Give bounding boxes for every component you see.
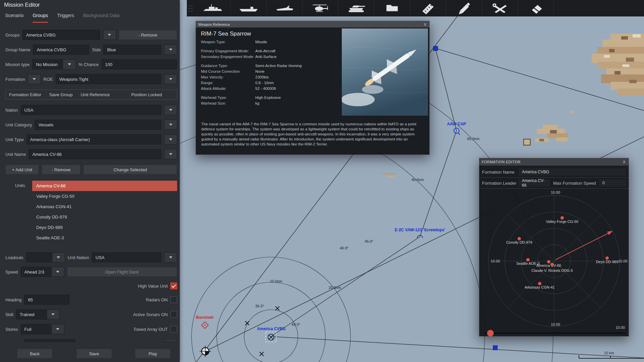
formation-unit-dot[interactable] xyxy=(605,256,609,260)
unit-reference-button[interactable]: Unit Reference xyxy=(80,92,110,97)
mission-type-dropdown-icon[interactable] xyxy=(63,59,76,69)
toolbar-button-tools[interactable] xyxy=(482,0,518,16)
change-selected-button[interactable]: Change Selected xyxy=(83,165,177,175)
side-dropdown-icon[interactable] xyxy=(164,45,177,55)
weapon-reference-titlebar[interactable]: Weapon Reference X xyxy=(196,21,429,27)
waypoint-square[interactable] xyxy=(493,346,497,350)
skill-select[interactable]: Trained xyxy=(16,309,47,319)
close-icon[interactable]: X xyxy=(423,22,427,26)
stores-select[interactable]: Full xyxy=(21,324,52,334)
add-unit-button[interactable]: + Add Unit xyxy=(5,165,39,175)
back-button[interactable]: Back xyxy=(17,349,53,359)
formation-unit-dot[interactable] xyxy=(550,263,554,266)
toolbar-button-carrier[interactable] xyxy=(231,0,267,16)
formation-unit-dot[interactable] xyxy=(547,260,550,263)
formation-unit-dot[interactable] xyxy=(538,282,541,285)
nation-select[interactable]: USA xyxy=(21,105,161,115)
formation-editor-button[interactable]: Formation Editor xyxy=(9,92,41,97)
chance-input[interactable] xyxy=(101,59,177,69)
unit-list-item[interactable]: Arkansas CGN-41 xyxy=(32,201,177,212)
toolbar-button-helicopter[interactable] xyxy=(303,0,338,16)
max-formation-speed-label: Max Formation Speed xyxy=(553,181,596,186)
groups-select[interactable]: America CVBG xyxy=(22,30,100,40)
slider-knob[interactable] xyxy=(487,330,494,337)
unit-list-item[interactable]: America CV-66 xyxy=(32,181,177,191)
active-sonars-checkbox[interactable] xyxy=(170,311,177,318)
unit-category-dropdown-icon[interactable] xyxy=(164,120,177,130)
mission-type-select[interactable]: No Mission xyxy=(32,59,63,69)
waypoint-square[interactable] xyxy=(433,46,438,51)
formation-unit-dot[interactable] xyxy=(560,216,564,220)
toolbar-button-folder[interactable] xyxy=(374,0,410,16)
towed-array-checkbox[interactable] xyxy=(170,326,177,333)
weapon-spec-row: Max Velocity:2300kts xyxy=(201,74,342,80)
slider-value: 10.00 xyxy=(615,325,625,329)
toolbar-button-pencil[interactable] xyxy=(446,0,482,16)
radars-checkbox[interactable] xyxy=(170,296,177,303)
heading-input[interactable] xyxy=(24,295,69,305)
tab-triggers[interactable]: Triggers xyxy=(57,13,74,23)
unit-list-item[interactable]: Deyo DD-989 xyxy=(32,222,177,233)
high-value-unit-checkbox[interactable] xyxy=(170,283,177,289)
toolbar-button-eraser[interactable] xyxy=(518,0,554,16)
unit-category-select[interactable]: Vessels xyxy=(35,120,161,130)
save-button[interactable]: Save xyxy=(76,349,112,359)
open-flight-deck-button[interactable]: Open Flight Deck xyxy=(67,267,177,277)
toolbar-button-ruler[interactable] xyxy=(410,0,446,16)
remove-group-button[interactable]: - Remove xyxy=(119,30,177,40)
toolbar-grip-icon[interactable] xyxy=(188,4,194,12)
speed-dropdown-icon[interactable] xyxy=(51,267,64,277)
max-formation-speed-input[interactable] xyxy=(599,179,626,187)
map-measure-label: 36.3° xyxy=(255,304,264,308)
towed-array-label: Towed Array OUT xyxy=(133,327,168,332)
speed-select[interactable]: Ahead 2/3 xyxy=(21,267,52,277)
tab-groups[interactable]: Groups xyxy=(33,13,48,23)
formation-editor-titlebar[interactable]: FORMATION EDITOR X xyxy=(479,158,629,166)
tab-background-data[interactable]: Background Data xyxy=(83,13,119,23)
unit-name-dropdown-icon[interactable] xyxy=(164,149,177,159)
toolbar-button-destroyer[interactable] xyxy=(195,0,231,16)
close-icon[interactable]: X xyxy=(622,160,626,164)
formation-unit-dot[interactable] xyxy=(526,258,530,261)
save-group-button[interactable]: Save Group xyxy=(49,92,72,97)
unit-list-item[interactable]: Conolly DD-979 xyxy=(32,212,177,222)
tab-scenario[interactable]: Scenario xyxy=(5,13,23,23)
formation-unit-dot[interactable] xyxy=(518,237,521,240)
weapon-description: The naval variant of the AIM-7 the RIM-7… xyxy=(201,122,424,147)
formation-name-input[interactable] xyxy=(518,168,626,176)
side-select[interactable]: Blue xyxy=(103,45,161,55)
remove-unit-button[interactable]: - Remove xyxy=(42,165,80,175)
unit-nation-dropdown-icon[interactable] xyxy=(164,252,177,262)
formation-leader-select[interactable]: America CV-66 xyxy=(518,179,550,187)
loadouts-select[interactable] xyxy=(26,252,52,262)
formation-unit-label: Valley Forge CG-50 xyxy=(546,220,578,224)
unit-type-select[interactable]: America-class (Aircraft Carrier) xyxy=(26,134,161,144)
nation-dropdown-icon[interactable] xyxy=(164,105,177,115)
toolbar-button-jet[interactable] xyxy=(267,0,303,16)
map-unit-label[interactable]: Barometr xyxy=(196,315,214,320)
unit-list-item[interactable]: Valley Forge CG-50 xyxy=(32,191,177,201)
toolbar-button-tank[interactable] xyxy=(338,0,374,16)
group-name-input[interactable] xyxy=(33,45,89,55)
unit-name-select[interactable]: America CV-66 xyxy=(29,149,161,159)
top-toolbar xyxy=(187,0,644,16)
unit-type-dropdown-icon[interactable] xyxy=(164,134,177,144)
map-unit-label[interactable]: AAW CAP xyxy=(447,122,466,126)
roe-select[interactable]: Weapons Tight xyxy=(56,74,161,84)
unit-list-item[interactable]: Claude V. Rickets DDG-5 xyxy=(32,243,177,247)
skill-dropdown-icon[interactable] xyxy=(47,309,60,319)
unit-nation-select[interactable]: USA xyxy=(92,252,161,262)
stores-dropdown-icon[interactable] xyxy=(51,324,64,334)
unit-list-item[interactable]: Seattle AOE-3 xyxy=(32,233,177,243)
loadouts-dropdown-icon[interactable] xyxy=(52,252,65,262)
formation-chart[interactable]: 10.00 10.00 10.00 10.00 Valley Forge CG-… xyxy=(479,189,629,337)
groups-dropdown-icon[interactable] xyxy=(103,30,116,40)
weapon-spec-row: Weapon Type:Missile xyxy=(201,39,342,45)
play-button[interactable]: Play xyxy=(135,349,171,359)
map-unit-label[interactable]: America CVBG xyxy=(257,326,285,331)
position-locked-button[interactable]: Position Locked xyxy=(131,92,162,97)
map-unit-label[interactable]: E-2C VAW-123 'Screwtops' xyxy=(395,228,445,232)
formation-dropdown-icon[interactable] xyxy=(28,74,41,84)
roe-dropdown-icon[interactable] xyxy=(164,74,177,84)
formation-scale-slider[interactable]: 10.00 xyxy=(484,325,626,337)
